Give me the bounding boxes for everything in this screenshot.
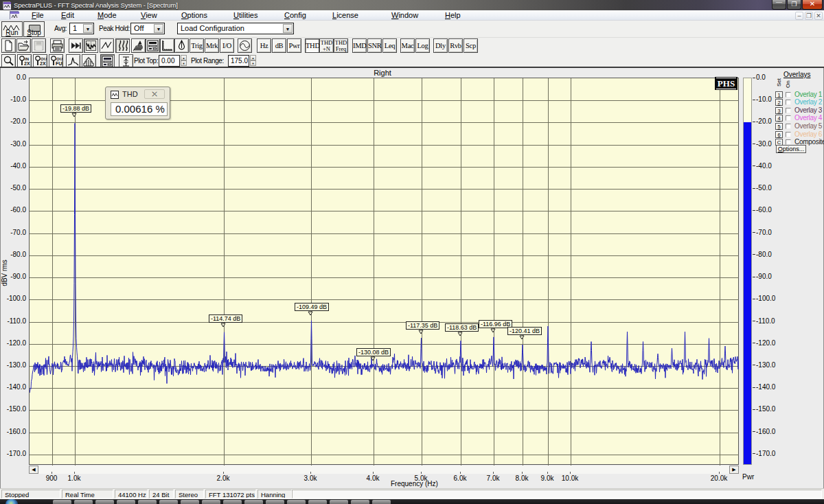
svg-text:2X: 2X — [24, 61, 30, 66]
svg-text:FULL: FULL — [56, 61, 62, 66]
svg-text:2X: 2X — [40, 61, 46, 66]
